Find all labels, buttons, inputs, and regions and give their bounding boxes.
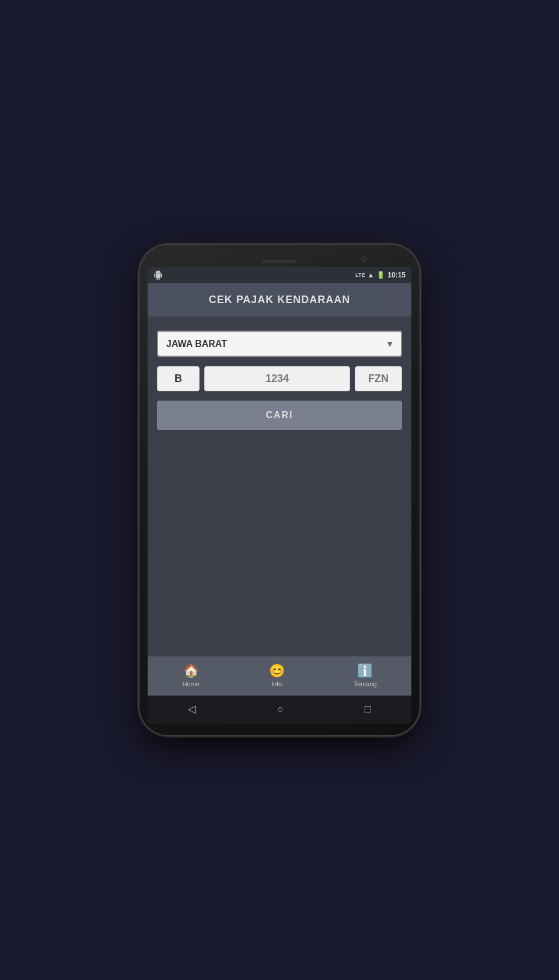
status-right-icons: LTE ▲ 🔋 10:15 — [355, 271, 406, 279]
app-title: CEK PAJAK KENDARAAN — [155, 294, 404, 306]
home-icon: 🏠 — [183, 663, 199, 679]
screen: LTE ▲ 🔋 10:15 CEK PAJAK KENDARAAN JAWA B… — [148, 267, 411, 724]
tentang-icon: ℹ️ — [357, 663, 373, 679]
front-camera — [361, 256, 367, 262]
home-button[interactable]: ○ — [265, 701, 295, 718]
nav-item-home[interactable]: 🏠 Home — [170, 661, 211, 690]
signal-icon: ▲ — [367, 271, 374, 279]
back-button[interactable]: ◁ — [176, 700, 208, 718]
search-button[interactable]: CARI — [157, 401, 402, 430]
plate-prefix-input[interactable] — [157, 366, 200, 391]
app-header: CEK PAJAK KENDARAAN — [148, 283, 411, 317]
province-select[interactable]: JAWA BARAT JAWA TENGAH JAWA TIMUR DKI JA… — [157, 331, 402, 357]
status-bar: LTE ▲ 🔋 10:15 — [148, 267, 411, 283]
nav-item-tentang[interactable]: ℹ️ Tentang — [342, 661, 388, 690]
plate-number-input[interactable] — [204, 366, 350, 391]
plate-suffix-input[interactable] — [355, 366, 402, 391]
province-dropdown-wrapper: JAWA BARAT JAWA TENGAH JAWA TIMUR DKI JA… — [157, 331, 402, 357]
info-smiley-icon: 😊 — [269, 663, 285, 679]
battery-icon: 🔋 — [376, 271, 385, 279]
recent-button[interactable]: □ — [353, 701, 383, 718]
nav-label-tentang: Tentang — [354, 680, 376, 687]
nav-label-home: Home — [182, 680, 199, 687]
phone-shell: LTE ▲ 🔋 10:15 CEK PAJAK KENDARAAN JAWA B… — [139, 245, 420, 735]
android-icon — [153, 270, 163, 280]
nav-item-info[interactable]: 😊 Info — [257, 661, 296, 690]
nav-label-info: Info — [271, 680, 282, 687]
lte-badge: LTE — [355, 272, 365, 278]
time-display: 10:15 — [387, 271, 406, 279]
plate-row — [157, 366, 402, 391]
android-nav: ◁ ○ □ — [148, 696, 411, 724]
status-left-icons — [153, 270, 163, 280]
bottom-nav: 🏠 Home 😊 Info ℹ️ Tentang — [148, 656, 411, 696]
main-content: JAWA BARAT JAWA TENGAH JAWA TIMUR DKI JA… — [148, 317, 411, 656]
